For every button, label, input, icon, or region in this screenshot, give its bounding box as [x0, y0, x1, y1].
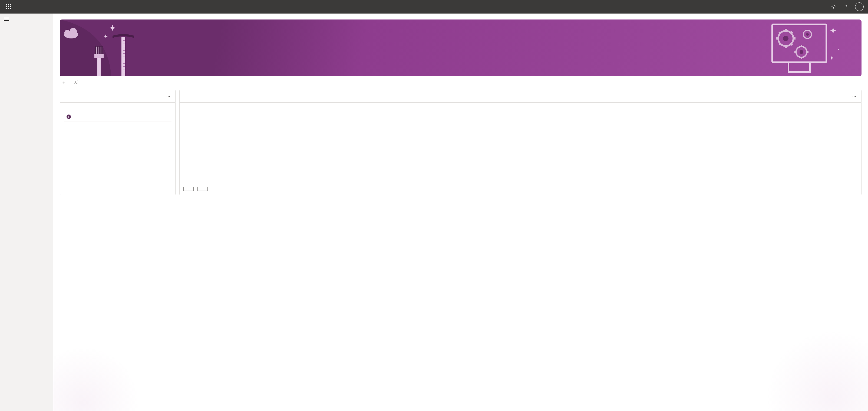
svg-point-36 — [796, 47, 807, 57]
share-feedback-button[interactable] — [74, 80, 80, 85]
plus-icon: ＋ — [61, 80, 66, 85]
settings-button[interactable] — [827, 0, 840, 13]
service-health-card: ⋯ i — [60, 90, 176, 195]
svg-rect-22 — [97, 58, 101, 76]
svg-line-35 — [790, 32, 792, 34]
svg-rect-5 — [121, 37, 125, 76]
main-content-area: ＋ — [53, 13, 868, 411]
add-cards-button[interactable]: ＋ — [61, 80, 68, 85]
svg-point-26 — [778, 31, 793, 46]
person-voice-icon — [74, 80, 78, 85]
background-decoration — [53, 346, 140, 411]
top-header-bar — [0, 0, 868, 13]
svg-point-4 — [70, 28, 77, 35]
svg-rect-25 — [788, 62, 810, 72]
svg-line-34 — [779, 43, 781, 45]
help-button[interactable] — [840, 0, 853, 13]
waffle-icon — [6, 4, 11, 9]
welcome-banner — [60, 20, 862, 76]
account-button[interactable] — [853, 0, 866, 13]
sidebar-collapse-row — [0, 13, 53, 24]
service-health-card-menu[interactable]: ⋯ — [165, 93, 172, 100]
svg-line-32 — [779, 32, 781, 34]
preferences-button[interactable] — [197, 187, 208, 191]
question-icon — [844, 4, 849, 9]
svg-line-33 — [790, 43, 792, 45]
banner-art-left — [60, 20, 152, 76]
avatar — [855, 2, 864, 11]
info-badge-icon: i — [66, 115, 71, 119]
background-decoration — [765, 330, 868, 411]
sidebar — [0, 13, 53, 411]
svg-point-37 — [800, 50, 803, 54]
show-all-button[interactable] — [183, 187, 194, 191]
message-center-card-menu[interactable]: ⋯ — [851, 93, 858, 100]
svg-point-2 — [64, 31, 78, 38]
svg-point-42 — [803, 30, 811, 38]
svg-point-27 — [783, 36, 788, 41]
svg-rect-24 — [772, 24, 826, 62]
svg-point-3 — [64, 30, 70, 36]
app-launcher-button[interactable] — [2, 0, 15, 13]
message-center-card: ⋯ — [179, 90, 862, 195]
gear-icon — [831, 4, 836, 9]
svg-rect-21 — [94, 54, 103, 58]
svg-point-44 — [75, 81, 76, 83]
svg-point-23 — [838, 49, 839, 50]
svg-point-1 — [846, 8, 846, 8]
svg-point-0 — [833, 6, 834, 7]
advisories-row[interactable]: i — [64, 112, 172, 122]
banner-art-right — [770, 20, 862, 76]
svg-point-43 — [806, 33, 809, 36]
sidebar-collapse-button[interactable] — [4, 17, 9, 21]
home-toolbar: ＋ — [60, 76, 862, 90]
